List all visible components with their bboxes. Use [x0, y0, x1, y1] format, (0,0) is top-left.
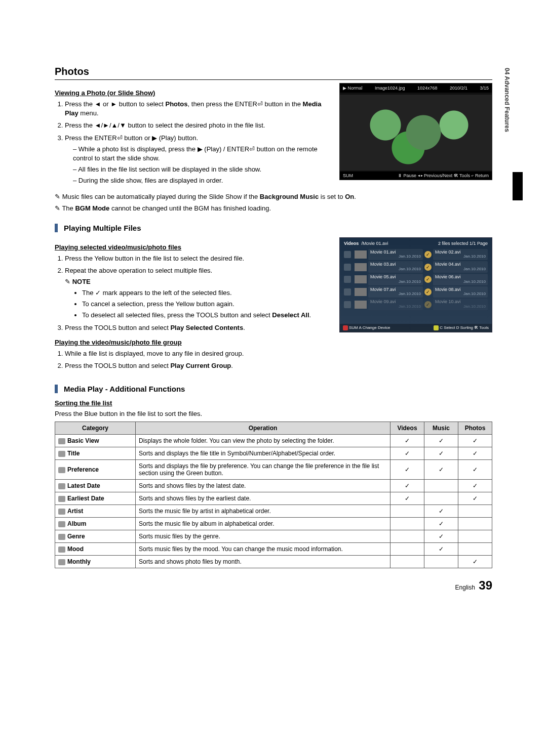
- note-icon: [65, 278, 72, 285]
- list-item: [355, 275, 367, 283]
- th-photos: Photos: [458, 422, 492, 435]
- steps-viewing: Press the ◄ or ► button to select Photos…: [55, 100, 329, 186]
- step-2: Press the ◄/►/▲/▼ button to select the d…: [65, 121, 329, 130]
- th-videos: Videos: [390, 422, 424, 435]
- list-item: Movie 04.aviJan.10.2010: [433, 261, 488, 273]
- table-row: AlbumSorts the music file by album in al…: [55, 518, 492, 530]
- subheading-group: Playing the video/music/photo file group: [55, 339, 329, 346]
- ss1-controls: ⏸ Pause ◀▶ Previous/Next 🛠 Tools ↩ Retur…: [398, 173, 489, 178]
- page-title: Photos: [55, 66, 492, 80]
- category-icon: [58, 438, 65, 444]
- table-row: PreferenceSorts and displays the file by…: [55, 460, 492, 480]
- category-icon: [58, 451, 65, 457]
- sort-table: Category Operation Videos Music Photos B…: [55, 422, 492, 568]
- step-1: Press the ◄ or ► button to select Photos…: [65, 100, 329, 118]
- sort-intro: Press the Blue button in the file list t…: [55, 410, 492, 417]
- m-step-3: Press the TOOLS button and select Play S…: [65, 323, 329, 332]
- table-row: Earliest DateSorts and shows files by th…: [55, 492, 492, 505]
- list-item: ✓: [424, 301, 432, 308]
- note-bullet-3: To deselect all selected files, press th…: [82, 311, 329, 320]
- list-item: [344, 288, 351, 296]
- substep-2: All files in the file list section will …: [73, 165, 329, 174]
- filelist-screenshot: Videos /Movie 01.avi 2 files selected 1/…: [339, 237, 492, 332]
- table-row: TitleSorts and displays the file title i…: [55, 447, 492, 460]
- th-operation: Operation: [136, 422, 390, 435]
- subheading-sorting: Sorting the file list: [55, 399, 492, 407]
- table-row: GenreSorts music files by the genre.✓: [55, 530, 492, 543]
- category-icon: [58, 547, 65, 553]
- dpad-icon: ◄/►/▲/▼: [95, 121, 126, 129]
- ss1-sum: SUM: [343, 173, 353, 178]
- category-icon: [58, 559, 65, 565]
- list-item: [344, 301, 351, 308]
- list-item: ✓: [424, 264, 432, 271]
- steps-group: While a file list is displayed, move to …: [55, 349, 329, 370]
- ss1-mode: ▶ Normal: [343, 86, 363, 91]
- ss1-date: 2010/2/1: [450, 86, 467, 91]
- step-3: Press the ENTER⏎ button or ▶ (Play) butt…: [65, 134, 329, 186]
- tip-bgm-mode: The BGM Mode cannot be changed until the…: [55, 203, 492, 214]
- play-icon: ▶: [198, 145, 203, 153]
- ss1-index: 3/15: [480, 86, 489, 91]
- list-item: Movie 02.aviJan.10.2010: [433, 249, 488, 261]
- note-icon: [55, 204, 62, 212]
- th-music: Music: [424, 422, 458, 435]
- m-step-1: Press the Yellow button in the file list…: [65, 254, 329, 263]
- play-icon: ▶: [152, 134, 157, 142]
- category-icon: [58, 483, 65, 489]
- list-item: Movie 03.aviJan.10.2010: [368, 261, 423, 273]
- th-category: Category: [55, 422, 136, 435]
- substep-1: While a photo list is displayed, press t…: [73, 145, 329, 163]
- g-step-2: Press the TOOLS button and select Play C…: [65, 361, 329, 370]
- enter-icon: ⏎: [249, 145, 255, 153]
- list-item: Movie 10.aviJan.10.2010: [433, 299, 488, 310]
- footer-lang: English: [455, 584, 475, 591]
- right-arrow-icon: ►: [110, 100, 117, 108]
- table-row: MoodSorts music files by the mood. You c…: [55, 543, 492, 556]
- g-step-1: While a file list is displayed, move to …: [65, 349, 329, 358]
- table-row: ArtistSorts the music file by artist in …: [55, 505, 492, 518]
- list-item: Movie 09.aviJan.10.2010: [368, 299, 423, 310]
- note-bullet-2: To cancel a selection, press the Yellow …: [82, 300, 329, 309]
- list-item: ✓: [424, 288, 432, 296]
- list-item: [344, 276, 351, 283]
- subheading-viewing: Viewing a Photo (or Slide Show): [55, 89, 329, 97]
- category-icon: [58, 534, 65, 540]
- ss2-path: /Movie 01.avi: [361, 241, 388, 246]
- ss2-foot-right: C Select D Sorting 🛠 Tools: [434, 325, 489, 330]
- steps-selected: Press the Yellow button in the file list…: [55, 254, 329, 332]
- list-item: Movie 08.aviJan.10.2010: [433, 286, 488, 298]
- table-row: Basic ViewDisplays the whole folder. You…: [55, 435, 492, 447]
- category-icon: [58, 521, 65, 527]
- list-item: Movie 01.aviJan.10.2010: [368, 249, 423, 261]
- ss2-selection-info: 2 files selected 1/1 Page: [438, 241, 488, 246]
- ss1-photo: [340, 95, 492, 171]
- note-bullet-1: The ✓ mark appears to the left of the se…: [82, 288, 329, 298]
- list-item: [355, 263, 367, 271]
- list-item: [344, 251, 351, 258]
- list-item: [355, 301, 367, 309]
- list-item: ✓: [424, 276, 432, 283]
- category-icon: [58, 496, 65, 502]
- tip-bgm-auto: Music files can be automatically played …: [55, 192, 492, 202]
- list-item: Movie 05.aviJan.10.2010: [368, 274, 423, 285]
- list-item: ✓: [424, 251, 432, 258]
- heading-multiple-files: Playing Multiple Files: [55, 224, 492, 232]
- list-item: [355, 250, 367, 259]
- page-number: 39: [479, 578, 492, 592]
- note-icon: [55, 193, 62, 200]
- list-item: Movie 06.aviJan.10.2010: [433, 274, 488, 285]
- enter-icon: ⏎: [257, 100, 263, 108]
- heading-additional: Media Play - Additional Functions: [55, 385, 492, 393]
- list-item: [344, 264, 351, 271]
- table-row: Latest DateSorts and shows files by the …: [55, 480, 492, 492]
- category-icon: [58, 467, 65, 473]
- ss1-file: Image1024.jpg: [375, 86, 405, 91]
- category-icon: [58, 509, 65, 515]
- list-item: [355, 288, 367, 296]
- table-row: MonthlySorts and shows photo files by mo…: [55, 556, 492, 568]
- ss1-res: 1024x768: [417, 86, 438, 91]
- ss2-category: Videos: [344, 241, 359, 246]
- page-footer: English 39: [55, 578, 492, 593]
- subheading-selected: Playing selected video/music/photo files: [55, 243, 329, 251]
